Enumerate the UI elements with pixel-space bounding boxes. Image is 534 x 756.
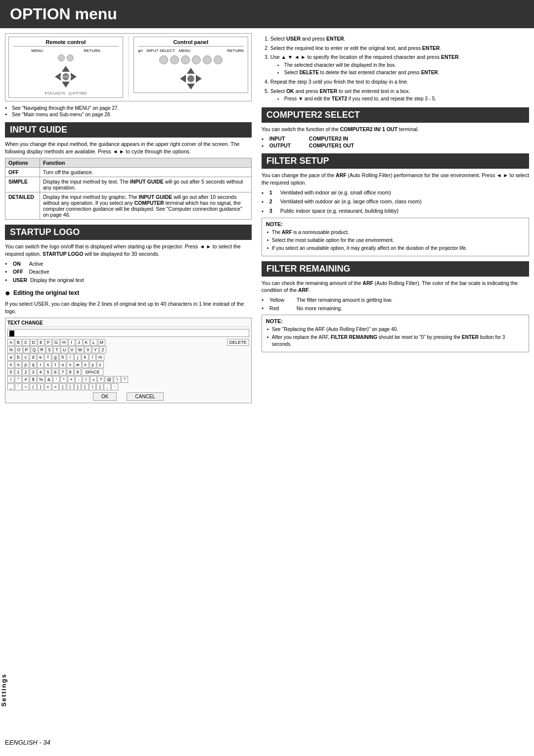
key-b[interactable]: B [15, 339, 22, 346]
key-qmark[interactable]: ? [97, 376, 104, 383]
key-gt[interactable]: > [52, 383, 59, 390]
key-backsl[interactable]: \ [114, 376, 121, 383]
key-lh[interactable]: h [59, 354, 66, 361]
key-lo[interactable]: o [15, 361, 22, 368]
key-lq[interactable]: q [30, 361, 37, 368]
key-5[interactable]: 5 [44, 369, 51, 376]
key-rparen[interactable]: ) [37, 383, 44, 390]
key-lx[interactable]: x [82, 361, 89, 368]
key-f[interactable]: F [45, 339, 52, 346]
key-lm[interactable]: m [96, 354, 104, 361]
key-v[interactable]: V [69, 346, 76, 353]
key-t[interactable]: T [53, 346, 60, 353]
key-k[interactable]: K [83, 339, 90, 346]
key-tilde[interactable]: ~ [22, 383, 29, 390]
key-lc[interactable]: c [22, 354, 29, 361]
key-lj[interactable]: j [74, 354, 81, 361]
key-u[interactable]: U [61, 346, 68, 353]
key-lparen[interactable]: ( [30, 383, 37, 390]
key-d[interactable]: D [30, 339, 38, 346]
key-a[interactable]: A [7, 339, 14, 346]
key-dollar[interactable]: $ [30, 376, 37, 383]
key-lz[interactable]: z [97, 361, 104, 368]
key-n[interactable]: N [7, 346, 15, 353]
key-w[interactable]: W [76, 346, 85, 353]
key-lt[interactable]: t [52, 361, 59, 368]
key-star[interactable]: * [60, 376, 67, 383]
key-r[interactable]: R [39, 346, 46, 353]
key-semi[interactable]: ; [104, 383, 111, 390]
key-g[interactable]: G [52, 339, 60, 346]
key-ls[interactable]: s [44, 361, 51, 368]
key-i[interactable]: I [68, 339, 75, 346]
key-2[interactable]: 2 [22, 369, 29, 376]
key-lbrace[interactable]: { [59, 383, 66, 390]
key-j[interactable]: J [76, 339, 83, 346]
filter-remaining-items: Yellow The filter remaining amount is ge… [262, 296, 529, 312]
ok-button[interactable]: OK [93, 392, 117, 401]
key-4[interactable]: 4 [37, 369, 44, 376]
key-le[interactable]: e [37, 354, 44, 361]
key-la[interactable]: a [7, 354, 14, 361]
key-ly[interactable]: y [89, 361, 96, 368]
key-space[interactable]: SPACE [82, 369, 103, 376]
key-hash[interactable]: # [22, 376, 29, 383]
key-colon[interactable]: : [111, 383, 118, 390]
key-h[interactable]: H [60, 339, 68, 346]
delete-key[interactable]: DELETE [227, 339, 249, 346]
key-caret[interactable]: ^ [121, 376, 128, 383]
key-z[interactable]: Z [99, 346, 106, 353]
key-backtick[interactable]: ` [15, 383, 22, 390]
key-lt[interactable]: < [44, 383, 51, 390]
key-amp[interactable]: & [45, 376, 52, 383]
key-excl[interactable]: ! [7, 376, 14, 383]
key-plus[interactable]: + [68, 376, 75, 383]
key-1[interactable]: 1 [15, 369, 22, 376]
key-lf[interactable]: f [44, 354, 51, 361]
key-lu[interactable]: u [59, 361, 66, 368]
key-percent[interactable]: % [37, 376, 45, 383]
key-lv[interactable]: v [67, 361, 74, 368]
key-8[interactable]: 8 [67, 369, 74, 376]
key-x[interactable]: X [85, 346, 91, 353]
key-q[interactable]: Q [31, 346, 38, 353]
key-s[interactable]: S [46, 346, 53, 353]
key-us[interactable]: _ [7, 383, 14, 390]
key-quote[interactable]: " [15, 376, 22, 383]
filter-setup-desc: You can change the pace of the ARF (Auto… [262, 172, 529, 186]
key-li[interactable]: i [67, 354, 74, 361]
key-backsl2[interactable]: \ [89, 383, 96, 390]
key-at[interactable]: @ [105, 376, 113, 383]
key-o[interactable]: O [15, 346, 23, 353]
key-lp[interactable]: p [22, 361, 29, 368]
key-ln[interactable]: n [7, 361, 14, 368]
key-m[interactable]: M [98, 339, 106, 346]
key-9[interactable]: 9 [74, 369, 81, 376]
key-p[interactable]: P [23, 346, 30, 353]
cancel-button[interactable]: CANCEL [127, 392, 164, 401]
key-7[interactable]: 7 [59, 369, 66, 376]
list-item: 3 Public indoor space (e.g. restaurant, … [262, 207, 529, 215]
key-lw[interactable]: w [74, 361, 82, 368]
key-pipe[interactable]: | [67, 383, 74, 390]
key-e[interactable]: E [38, 339, 44, 346]
key-eq[interactable]: = [90, 376, 97, 383]
key-l[interactable]: L [90, 339, 97, 346]
key-lr[interactable]: r [37, 361, 44, 368]
key-minus[interactable]: - [75, 376, 82, 383]
key-c[interactable]: C [22, 339, 30, 346]
key-rbrace[interactable]: } [74, 383, 81, 390]
key-y[interactable]: Y [92, 346, 99, 353]
key-6[interactable]: 6 [52, 369, 59, 376]
key-ll[interactable]: l [89, 354, 96, 361]
key-apos[interactable]: ' [53, 376, 60, 383]
key-3[interactable]: 3 [30, 369, 37, 376]
key-lbrack[interactable]: [ [82, 383, 89, 390]
key-lk[interactable]: k [82, 354, 89, 361]
key-lg[interactable]: g [52, 354, 59, 361]
key-slash[interactable]: / [83, 376, 89, 383]
key-rbrack[interactable]: ] [96, 383, 103, 390]
key-lb[interactable]: b [15, 354, 22, 361]
key-0[interactable]: 0 [7, 369, 14, 376]
key-ld[interactable]: d [30, 354, 37, 361]
